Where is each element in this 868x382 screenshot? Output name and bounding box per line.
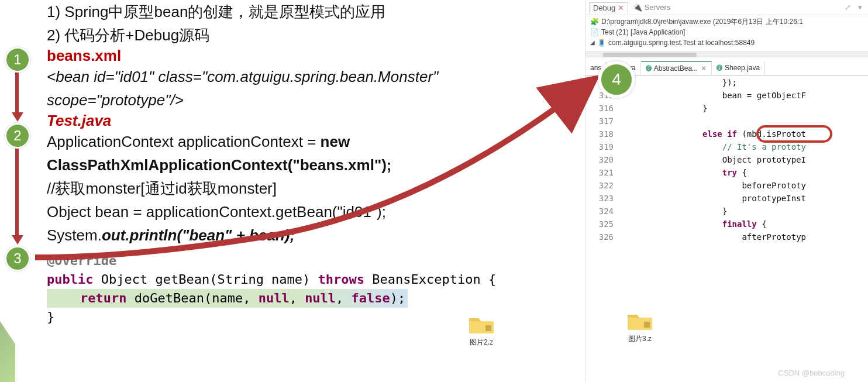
- step-4: 4: [598, 61, 635, 98]
- debug-tabs: Debug ✕ 🔌 Servers ⤢ ▾: [585, 0, 868, 15]
- test-line-5: System.out.println("bean" + bean);: [47, 223, 579, 247]
- step-3: 3: [5, 246, 30, 271]
- debug-toolbar-icons[interactable]: ⤢ ▾: [845, 3, 864, 12]
- java-icon: 🅙: [717, 64, 723, 71]
- test-line-2: ClassPathXmlApplicationContext("beans.xm…: [47, 153, 579, 177]
- step-2: 2: [5, 123, 30, 149]
- test-line-4: Object bean = applicationContext.getBean…: [47, 200, 579, 223]
- debug-tab[interactable]: Debug ✕: [589, 2, 628, 13]
- process-thread[interactable]: ◢ 🧵 com.atguigu.spring.test.Test at loca…: [590, 37, 863, 48]
- process-app[interactable]: 📄 Test (21) [Java Application]: [590, 27, 863, 37]
- folder-3[interactable]: 图片3.z: [626, 310, 653, 344]
- beans-xml-title: beans.xml: [47, 47, 579, 65]
- getbean-code: @Override public Object getBean(String n…: [47, 252, 579, 326]
- folder-2[interactable]: 图片2.z: [468, 314, 495, 347]
- servers-tab[interactable]: 🔌 Servers: [633, 3, 670, 12]
- step-1: 1: [5, 47, 30, 73]
- source-code[interactable]: }); bean = getObjectF } else if (mbd.isP…: [618, 76, 868, 382]
- tab-abstractbean[interactable]: 🅙AbstractBea...✕: [641, 61, 712, 75]
- folder-icon: [626, 310, 653, 331]
- debug-panel: Debug ✕ 🔌 Servers ⤢ ▾ 🧩 D:\program\jdk8.…: [585, 0, 868, 382]
- test-line-3: //获取monster[通过id获取monster]: [47, 177, 579, 200]
- point-1: 1) Spring中原型bean的创建，就是原型模式的应用: [47, 0, 579, 23]
- watermark: CSDN @bobcoding: [778, 369, 845, 377]
- point-2: 2) 代码分析+Debug源码: [47, 23, 579, 47]
- process-path[interactable]: 🧩 D:\program\jdk8.0\jre\bin\javaw.exe (2…: [590, 16, 863, 27]
- horizontal-scrollbar[interactable]: [585, 51, 868, 57]
- tab-sheep[interactable]: 🅙Sheep.java: [712, 61, 765, 74]
- main-content: 1) Spring中原型bean的创建，就是原型模式的应用 2) 代码分析+De…: [0, 0, 585, 382]
- java-icon: 🅙: [646, 65, 652, 72]
- test-line-1: ApplicationContext applicationContext = …: [47, 130, 579, 153]
- debug-process-info: 🧩 D:\program\jdk8.0\jre\bin\javaw.exe (2…: [585, 15, 868, 49]
- test-java-title: Test.java: [47, 112, 579, 130]
- folder-icon: [468, 314, 495, 335]
- close-icon[interactable]: ✕: [701, 64, 707, 73]
- line-gutter: 314315316317318319320321322323324325326: [585, 76, 618, 382]
- bean-definition: <bean id="id01" class="com.atguigu.sprin…: [47, 65, 579, 112]
